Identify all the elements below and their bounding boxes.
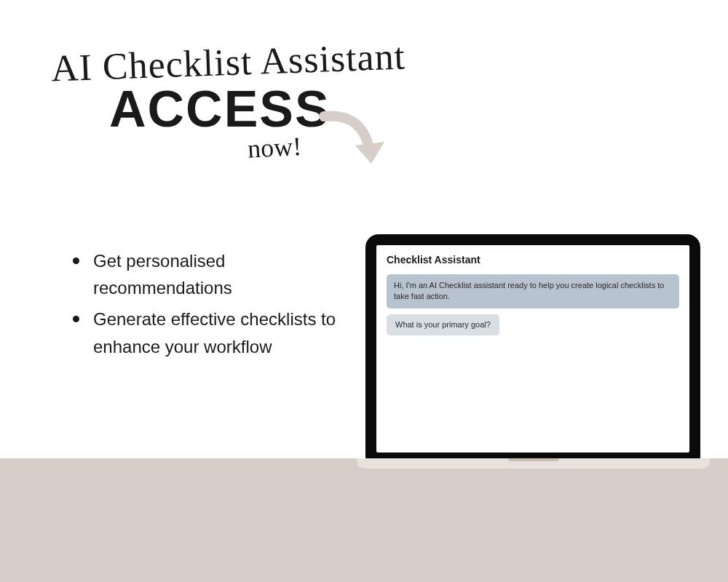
laptop-body: Checklist Assistant Hi, I'm an AI Checkl… (365, 234, 700, 460)
laptop-mockup: Checklist Assistant Hi, I'm an AI Checkl… (357, 234, 710, 474)
feature-list: Get personalised recommendations Generat… (73, 247, 342, 364)
chat-message: Hi, I'm an AI Checklist assistant ready … (387, 274, 679, 308)
chat-message: What is your primary goal? (387, 314, 499, 335)
laptop-notch (508, 458, 559, 461)
list-item: Generate effective checklists to enhance… (73, 306, 342, 359)
laptop-screen: Checklist Assistant Hi, I'm an AI Checkl… (376, 245, 689, 453)
background-band (0, 458, 728, 582)
arrow-icon (313, 102, 393, 182)
list-item: Get personalised recommendations (73, 247, 342, 301)
chat-title: Checklist Assistant (387, 254, 679, 266)
laptop-base (357, 458, 710, 469)
